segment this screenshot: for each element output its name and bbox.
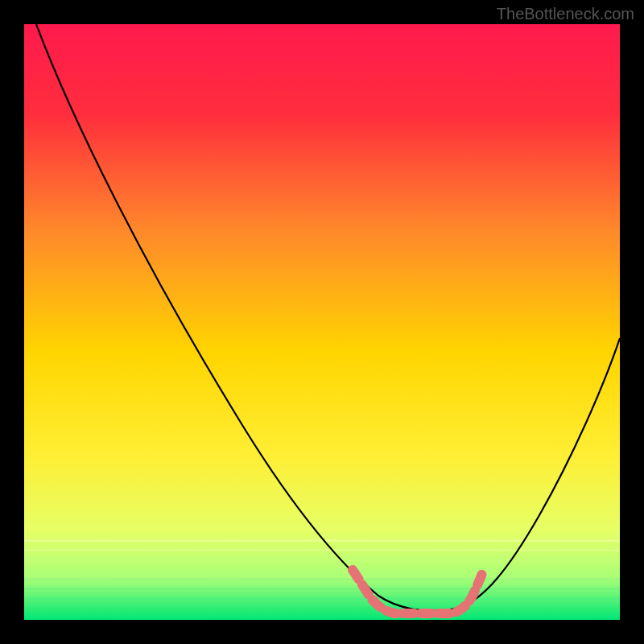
chart-frame [24, 24, 620, 620]
svg-rect-6 [24, 597, 620, 600]
svg-rect-0 [24, 539, 620, 542]
svg-rect-3 [24, 568, 620, 571]
watermark-text: TheBottleneck.com [497, 5, 634, 23]
svg-rect-7 [24, 607, 620, 609]
chart-svg [24, 24, 620, 620]
svg-rect-1 [24, 549, 620, 551]
svg-rect-4 [24, 578, 620, 580]
svg-rect-5 [24, 588, 620, 590]
svg-rect-2 [24, 559, 620, 561]
